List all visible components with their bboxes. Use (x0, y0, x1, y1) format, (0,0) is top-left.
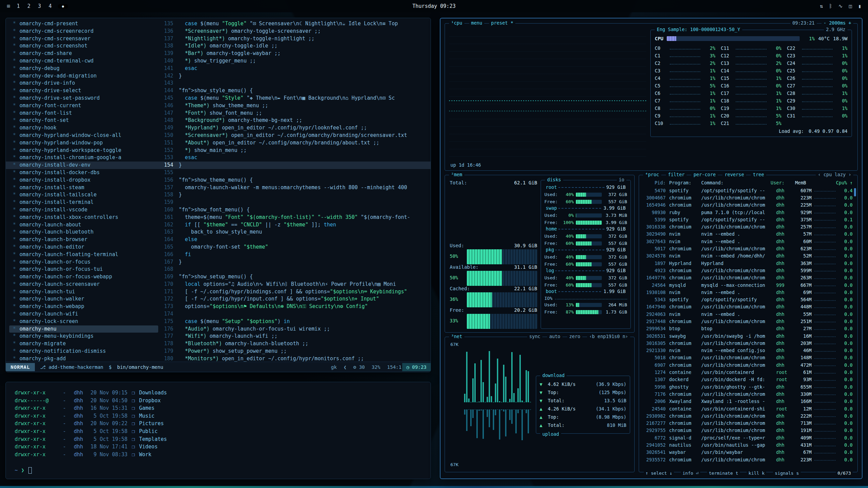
code-line[interactable]: 148 *Background*) omarchy-theme-bg-next … (160, 117, 431, 124)
file-row[interactable]: * omarchy-menu-keybindings (9, 333, 158, 340)
tray-icon[interactable]: ∿ (838, 3, 843, 9)
proc-option[interactable]: ⁴proc (643, 172, 661, 177)
process-row[interactable]: 3027643 nvim nvim --embed . dhh 60M 0.0 (643, 238, 853, 245)
code-line[interactable]: 160 "fn">show_font_menu() { (160, 206, 431, 214)
file-row[interactable]: * omarchy-install-xbox-controllers (9, 214, 158, 221)
code-line[interactable]: 137 *Nightlight*) omarchy-toggle-nightli… (160, 35, 431, 43)
tray-icon[interactable]: ⇅ (820, 3, 823, 9)
code-line[interactable]: 170 local options="♫ Audio\n∿ Wifi\nᛒ Bl… (160, 281, 431, 288)
mem-panel-tab[interactable]: ²mem (449, 172, 464, 177)
header-program[interactable]: Program: (669, 180, 701, 185)
code-line[interactable]: 149 *Hyprland*) open_in_editor ~/.config… (160, 124, 431, 132)
code-line[interactable]: 144 "fn">show_style_menu() { (160, 87, 431, 95)
process-row[interactable]: 1649776 chromium /usr/lib/chromium/chrom… (643, 274, 853, 281)
process-row[interactable]: 3004667 chromium /usr/lib/chromium/chrom… (643, 194, 853, 201)
cpu-panel-tab[interactable]: menu (469, 20, 485, 26)
proc-option[interactable]: tree (751, 172, 766, 177)
file-row[interactable]: * omarchy-install-terminal (9, 199, 158, 206)
file-row[interactable]: * omarchy-notification-dismiss (9, 348, 158, 355)
launcher-icon[interactable]: ⊞ (7, 3, 10, 9)
process-row[interactable]: 1274 containe /usr/bin/containerd root 6… (643, 368, 853, 376)
io-tab[interactable]: io (617, 177, 626, 182)
file-row[interactable]: * omarchy-launch-wifi (9, 310, 158, 318)
tray-icon[interactable]: ◫ (849, 3, 852, 9)
process-row[interactable]: 4923 chromium /usr/lib/chromium/chrom dh… (643, 267, 853, 274)
process-row[interactable]: 5998 ghostty /usr/bin/ghostty --gtk- dhh… (643, 383, 853, 390)
file-row[interactable]: * omarchy-font-set (9, 117, 158, 124)
code-line[interactable]: 145 case $(menu "Style" "❖ Theme\n✒ Font… (160, 95, 431, 102)
code-line[interactable]: 172 [ -f ~/.config/hypr/input.conf ] && … (160, 295, 431, 303)
process-row[interactable]: 7176 chromium /usr/lib/chromium/chrom dh… (643, 390, 853, 398)
file-row[interactable]: * omarchy-hyprland-window-close-all (9, 132, 158, 139)
process-row[interactable]: 6907 chromium /usr/lib/chromium/chrom dh… (643, 361, 853, 368)
file-row[interactable]: * omarchy-lock-screen (9, 318, 158, 325)
header-cpu[interactable]: Cpu% ↑ (833, 180, 853, 185)
file-row[interactable]: * omarchy-launch-webapp (9, 303, 158, 310)
process-row[interactable]: 3026531 swaybg /usr/bin/swaybg -i /hom d… (643, 332, 853, 339)
file-row[interactable]: * omarchy-install-tailscale (9, 191, 158, 199)
file-row[interactable]: * omarchy-install-docker-dbs (9, 169, 158, 177)
code-line[interactable]: 156 "fn">show_theme_menu() { (160, 177, 431, 184)
file-row[interactable]: * omarchy-launch-about (9, 221, 158, 229)
process-row[interactable]: 3026541 waybar /usr/bin/waybar dhh 67M 0… (643, 449, 853, 456)
file-row[interactable]: * omarchy-cmd-present (9, 20, 158, 28)
code-line[interactable]: 164 else (160, 236, 431, 243)
file-row[interactable]: * omarchy-drive-info (9, 80, 158, 87)
file-row[interactable]: * omarchy-cmd-terminal-cwd (9, 57, 158, 65)
code-line[interactable]: 168 (160, 266, 431, 273)
file-row[interactable]: * omarchy-drive-select (9, 87, 158, 95)
file-row[interactable]: * omarchy-font-list (9, 110, 158, 117)
process-row[interactable]: 2941052 nautilus /usr/bin/nautilus --gap… (643, 441, 853, 448)
code-line[interactable]: 162 if [[ "$theme" == "CNCLD" || -z "$th… (160, 221, 431, 229)
process-row[interactable]: 2999634 btop btop dhh 27M 0.0 (643, 325, 853, 332)
process-row[interactable]: 5343 spotify /opt/spotify/spotify dhh 56… (643, 296, 853, 303)
file-row[interactable]: * omarchy-launch-floating-terminal (9, 251, 158, 259)
process-row[interactable]: 2921330 nvim nvim --embed config.jso dhh… (643, 347, 853, 354)
workspace-button[interactable]: 3 (38, 3, 41, 9)
process-row[interactable]: 24564 mysqld mysqld --max-connection 999… (643, 281, 853, 289)
header-pid[interactable]: Pid: (643, 180, 669, 185)
net-option[interactable]: zero (567, 334, 583, 339)
code-line[interactable]: 173 options="$options\n⚑ Defaults\n⊛ DNS… (160, 303, 431, 310)
code-line[interactable]: 135 case $(menu "Toggle" "⊡ Screensaver\… (160, 20, 431, 28)
process-row[interactable]: 1307 dockerd /usr/bin/dockerd -H fd: roo… (643, 376, 853, 383)
process-row[interactable]: 5399 spotify /opt/spotify/spotify -- dhh… (643, 216, 853, 223)
code-line[interactable]: 171 [ -f ~/.config/hypr/bindings.conf ] … (160, 288, 431, 296)
proc-sort-control[interactable]: ‹ cpu lazy › (816, 172, 853, 177)
code-line[interactable]: 169 "fn">show_setup_menu() { (160, 273, 431, 281)
proc-option[interactable]: filter (666, 172, 687, 177)
code-line[interactable]: 142 } (160, 72, 431, 80)
workspace-button[interactable]: 1 (17, 3, 20, 9)
code-line[interactable]: 176 *Audio*) omarchy-launch-or-focus-tui… (160, 325, 431, 333)
header-mem[interactable]: MemB (788, 180, 806, 185)
code-line[interactable]: 155 (160, 169, 431, 177)
footer-keybind[interactable]: kill k (747, 471, 766, 476)
tray-icon[interactable]: ᛒ (829, 3, 832, 9)
code-line[interactable]: 136 *Screensaver*) omarchy-toggle-screen… (160, 28, 431, 35)
net-option[interactable]: auto (547, 334, 562, 339)
process-row[interactable]: 98930 ruby puma 7.1.0 (tcp://local dhh 9… (643, 209, 853, 216)
process-row[interactable]: 3029490 nvim nvim --embed . dhh 57M 0.0 (643, 231, 853, 238)
file-row[interactable]: * omarchy-launch-or-focus-tui (9, 266, 158, 273)
code-line[interactable]: 167 } (160, 259, 431, 266)
process-row[interactable]: 3016305 chromium /usr/lib/chromium/chrom… (643, 339, 853, 347)
file-row[interactable]: * omarchy-migrate (9, 340, 158, 348)
process-row[interactable]: 1654946 chromium /usr/lib/chromium/chrom… (643, 201, 853, 209)
process-row[interactable]: 1647940 chromium /usr/lib/chromium/chrom… (643, 303, 853, 310)
code-line[interactable]: 152 *) show_main_menu ;; (160, 147, 431, 154)
process-row[interactable]: 5017 chromium /usr/lib/chromium/chrom dh… (643, 245, 853, 252)
file-row[interactable]: * omarchy-hook (9, 124, 158, 132)
code-line[interactable]: 163 back_to show_style_menu (160, 228, 431, 236)
code-line[interactable]: 153 esac (160, 154, 431, 162)
file-row[interactable]: * omarchy-dev-add-migration (9, 72, 158, 80)
active-window-pill[interactable]: ● (58, 4, 68, 9)
file-row[interactable]: * omarchy-install-dropbox (9, 177, 158, 184)
header-user[interactable]: User: (771, 180, 788, 185)
code-line[interactable]: 143 (160, 80, 431, 87)
file-row[interactable]: * omarchy-pkg-add (9, 355, 158, 362)
code-line[interactable]: 165 omarchy-font-set "$theme" (160, 243, 431, 251)
code-line[interactable]: 151 *About*) open_in_editor ~/.config/om… (160, 139, 431, 147)
process-row[interactable]: 5470 spotify /opt/spotify/spotify -- dhh… (643, 187, 853, 194)
file-row[interactable]: * omarchy-menu (9, 325, 158, 333)
workspace-button[interactable]: 4 (49, 3, 52, 9)
